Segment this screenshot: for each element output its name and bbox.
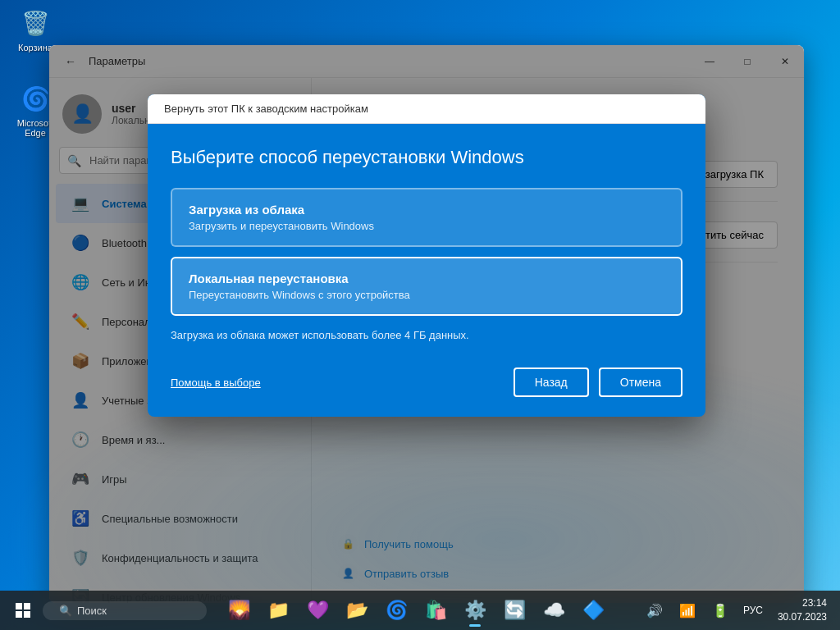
taskbar-date: 30.07.2023 <box>778 610 827 624</box>
taskbar-app-discord[interactable]: 💜 <box>299 592 336 628</box>
recycle-bin-label: Корзина <box>18 43 52 52</box>
local-option-heading: Локальная переустановка <box>189 272 664 285</box>
taskbar-volume-icon[interactable]: 🔊 <box>640 596 669 625</box>
taskbar-app-filemanager[interactable]: 📂 <box>339 592 375 628</box>
taskbar-app-edge[interactable]: 🌀 <box>378 592 414 628</box>
taskbar-app-explorer[interactable]: 📁 <box>260 592 296 628</box>
taskbar-language[interactable]: РУС <box>738 601 768 619</box>
local-option-desc: Переустановить Windows с этого устройств… <box>189 289 664 301</box>
svg-rect-1 <box>24 603 30 609</box>
taskbar-app-settings[interactable]: ⚙️ <box>457 592 493 628</box>
taskbar-network-icon[interactable]: 📶 <box>673 596 702 625</box>
taskbar-app-vpn[interactable]: 🔷 <box>575 592 611 628</box>
taskbar-apps: 🌄 📁 💜 📂 🌀 🛍️ ⚙️ 🔄 ☁️ 🔷 <box>221 592 611 628</box>
reinstall-modal: Вернуть этот ПК к заводским настройкам В… <box>148 94 705 417</box>
modal-header-text: Вернуть этот ПК к заводским настройкам <box>164 103 368 115</box>
modal-header: Вернуть этот ПК к заводским настройкам <box>148 94 705 124</box>
taskbar-app-sync[interactable]: 🔄 <box>496 592 532 628</box>
svg-rect-0 <box>16 603 22 609</box>
local-reinstall-option[interactable]: Локальная переустановка Переустановить W… <box>171 257 682 316</box>
modal-overlay: Вернуть этот ПК к заводским настройкам В… <box>49 45 804 603</box>
taskbar-clock[interactable]: 23:14 30.07.2023 <box>771 596 833 624</box>
recycle-bin-icon: 🗑️ <box>19 7 52 39</box>
cloud-option-desc: Загрузить и переустановить Windows <box>189 220 664 232</box>
svg-rect-2 <box>16 611 22 618</box>
taskbar-battery-icon[interactable]: 🔋 <box>705 596 735 625</box>
modal-footer: Помощь в выборе Назад Отмена <box>171 361 682 397</box>
taskbar: 🔍 Поиск 🌄 📁 💜 📂 🌀 🛍️ ⚙️ 🔄 ☁️ 🔷 🔊 📶 🔋 РУС… <box>0 591 840 630</box>
svg-rect-3 <box>24 611 30 618</box>
cancel-button[interactable]: Отмена <box>599 368 682 397</box>
modal-body: Выберите способ переустановки Windows За… <box>148 124 705 417</box>
taskbar-search-label: Поиск <box>77 605 107 617</box>
back-button[interactable]: Назад <box>514 368 589 397</box>
taskbar-time: 23:14 <box>778 596 827 610</box>
modal-buttons: Назад Отмена <box>514 368 682 397</box>
start-button[interactable] <box>7 594 39 627</box>
taskbar-right: 🔊 📶 🔋 РУС 23:14 30.07.2023 <box>640 596 833 625</box>
modal-help-link[interactable]: Помощь в выборе <box>171 377 261 389</box>
taskbar-app-files[interactable]: 🌄 <box>221 592 257 628</box>
settings-window: ← Параметры — □ ✕ 👤 user Локальн... <box>49 45 804 603</box>
taskbar-app-cloud[interactable]: ☁️ <box>536 592 572 628</box>
edge-icon: 🌀 <box>19 82 52 115</box>
taskbar-app-store[interactable]: 🛍️ <box>418 592 454 628</box>
cloud-download-option[interactable]: Загрузка из облака Загрузить и переустан… <box>171 188 682 247</box>
desktop: 🗑️ Корзина 🌀 Microsoft Edge ← Параметры … <box>0 0 840 630</box>
modal-note: Загрузка из облака может использовать бо… <box>171 329 682 341</box>
taskbar-search-icon: 🔍 <box>59 605 72 617</box>
cloud-option-heading: Загрузка из облака <box>189 203 664 217</box>
modal-title: Выберите способ переустановки Windows <box>171 147 682 168</box>
taskbar-search[interactable]: 🔍 Поиск <box>43 601 207 620</box>
